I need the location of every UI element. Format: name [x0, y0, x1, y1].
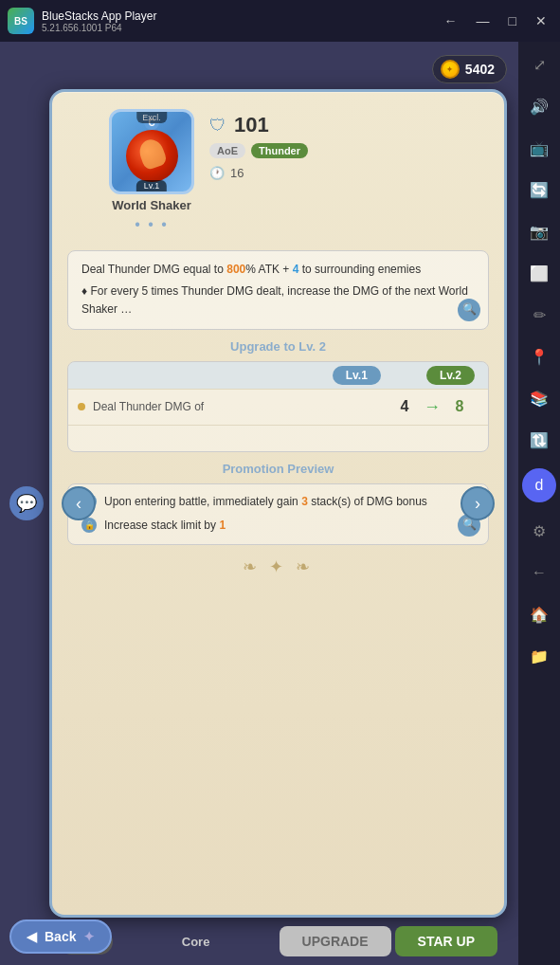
promotion-section: Promotion Preview 🔒 Upon entering battle… [67, 462, 489, 545]
excl-badge: Excl. [136, 112, 167, 123]
skill-icon-frame: C Excl. Lv.1 [109, 109, 194, 194]
desc-line1: Deal Thunder DMG equal to 800% ATK + 4 t… [81, 261, 475, 279]
promo-row-2: 🔒 Increase stack limit by 1 [81, 516, 475, 537]
sidebar-resize-icon[interactable]: ⬜ [526, 260, 552, 286]
sidebar-home-icon[interactable]: 🏠 [526, 601, 552, 628]
upgrade-row-1: Deal Thunder DMG of 4 → 8 [68, 389, 488, 425]
right-sidebar: ⤢ 🔊 📺 🔄 📷 ⬜ ✏ 📍 📚 🔃 d ⚙ ← 🏠 📁 [518, 42, 560, 965]
back-nav-btn[interactable]: ← [439, 11, 463, 30]
skill-timer-row: 🕐 16 [209, 166, 447, 180]
sidebar-edit-icon[interactable]: ✏ [526, 301, 552, 328]
upgrade-val-current: 4 [386, 398, 424, 415]
gold-bar: ✦ 5402 [432, 55, 507, 83]
app-version-label: 5.21.656.1001 P64 [42, 23, 431, 33]
lv-next-badge: Lv.2 [426, 366, 475, 385]
shield-icon: 🛡 [209, 116, 226, 136]
sidebar-rotate-icon[interactable]: 🔄 [526, 176, 552, 203]
back-label: Back [45, 929, 76, 944]
upgrade-dot-icon [78, 403, 85, 410]
skill-name-label: World Shaker [112, 198, 191, 212]
upgrade-button[interactable]: UPGRADE [280, 926, 391, 956]
chevron-left-icon: ‹ [76, 494, 81, 514]
promo-title: Promotion Preview [67, 462, 489, 476]
skill-number: 101 [234, 113, 269, 137]
sidebar-settings-icon[interactable]: ⚙ [526, 518, 552, 544]
sidebar-volume-icon[interactable]: 🔊 [526, 93, 552, 119]
card-decoration: ❧ ✦ ❧ [52, 556, 504, 577]
tag-thunder: Thunder [251, 143, 308, 158]
promo-highlight-1: 1 [219, 519, 226, 532]
description-magnify-button[interactable]: 🔍 [458, 299, 480, 321]
desc-line2: ♦ For every 5 times Thunder DMG dealt, i… [81, 282, 475, 319]
promo-icon-2: 🔒 [81, 518, 97, 533]
skill-level-badge: Lv.1 [136, 180, 167, 191]
app-name-label: BlueStacks App Player [42, 9, 156, 23]
card-panel: ‹ › C Excl. Lv.1 World Shaker • • • [49, 89, 507, 918]
skill-icon-wrap: C Excl. Lv.1 World Shaker • • • [109, 109, 194, 233]
upgrade-val-next: 8 [441, 398, 479, 415]
desc-highlight-800: 800 [226, 263, 245, 276]
gold-coin-icon: ✦ [441, 60, 460, 79]
promo-box: 🔒 Upon entering battle, immediately gain… [67, 483, 489, 545]
prev-skill-button[interactable]: ‹ [62, 486, 96, 520]
sidebar-back-icon[interactable]: ← [526, 559, 552, 586]
upgrade-arrow-icon: → [424, 397, 441, 417]
promo-text-2: Increase stack limit by 1 [104, 516, 475, 537]
tab-core[interactable]: Core [163, 929, 229, 955]
minimize-btn[interactable]: — [471, 11, 496, 30]
window-controls: ← — □ ✕ [439, 11, 552, 30]
back-arrow-icon: ◀ [27, 929, 37, 944]
app-logo: BS [8, 8, 34, 34]
gold-amount: 5402 [465, 62, 495, 77]
sidebar-folder-icon[interactable]: 📁 [526, 643, 552, 669]
sidebar-layers-icon[interactable]: 📚 [526, 385, 552, 411]
lv-current-badge: Lv.1 [333, 366, 381, 385]
upgrade-row-empty [68, 425, 488, 451]
magnify-icon: 🔍 [462, 300, 477, 319]
skill-level-row: 🛡 101 [209, 113, 447, 137]
sidebar-location-icon[interactable]: 📍 [526, 343, 552, 370]
timer-icon: 🕐 [209, 166, 225, 180]
upgrade-section: Upgrade to Lv. 2 Lv.1 Lv.2 Deal Thunder … [67, 339, 489, 452]
sidebar-expand-icon[interactable]: ⤢ [526, 51, 552, 78]
desc-highlight-4: 4 [293, 263, 299, 276]
timer-value: 16 [230, 166, 244, 180]
chevron-right-icon: › [475, 494, 480, 514]
discord-button[interactable]: d [522, 468, 556, 502]
upgrade-row-label: Deal Thunder DMG of [93, 400, 386, 413]
skill-fire-icon [126, 130, 178, 182]
skill-info: 🛡 101 AoE Thunder 🕐 16 [209, 109, 447, 180]
app-title: BlueStacks App Player 5.21.656.1001 P64 [42, 9, 431, 33]
close-btn[interactable]: ✕ [530, 11, 552, 30]
back-sparkles: ✦ [83, 929, 95, 944]
promo-highlight-3: 3 [301, 495, 308, 508]
sidebar-refresh-icon[interactable]: 🔃 [526, 427, 552, 453]
tag-aoe: AoE [209, 143, 245, 158]
upgrade-title: Upgrade to Lv. 2 [67, 339, 489, 354]
content-area: ✦ 5402 💬 ‹ › C Excl. [0, 42, 560, 965]
promo-row-1: 🔒 Upon entering battle, immediately gain… [81, 492, 475, 513]
sidebar-screenshot-icon[interactable]: 📷 [526, 218, 552, 245]
star-up-button[interactable]: STAR UP [395, 926, 497, 956]
title-bar: BS BlueStacks App Player 5.21.656.1001 P… [0, 0, 560, 42]
skill-header: C Excl. Lv.1 World Shaker • • • 🛡 101 [52, 92, 504, 243]
skill-dots: • • • [135, 216, 169, 233]
skill-description-box: Deal Thunder DMG equal to 800% ATK + 4 t… [67, 250, 489, 330]
upgrade-table: Lv.1 Lv.2 Deal Thunder DMG of 4 → 8 [67, 361, 489, 452]
sidebar-video-icon[interactable]: 📺 [526, 135, 552, 161]
maximize-btn[interactable]: □ [503, 11, 522, 30]
bottom-nav: All Core UPGRADE STAR UP [49, 918, 507, 965]
back-button[interactable]: ◀ Back ✦ [9, 919, 112, 954]
promo-text-1: Upon entering battle, immediately gain 3… [104, 492, 475, 513]
upgrade-table-header: Lv.1 Lv.2 [68, 362, 488, 389]
main-area: ✦ 5402 💬 ‹ › C Excl. [0, 42, 560, 965]
next-skill-button[interactable]: › [461, 486, 495, 520]
chat-button[interactable]: 💬 [9, 486, 44, 520]
